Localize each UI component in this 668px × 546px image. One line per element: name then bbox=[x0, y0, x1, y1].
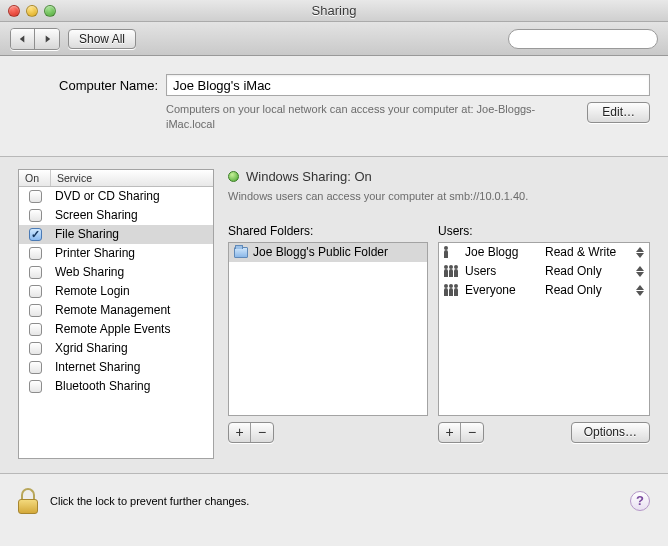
search-field[interactable] bbox=[508, 29, 658, 49]
services-header: On Service bbox=[19, 170, 213, 187]
service-row[interactable]: Remote Management bbox=[19, 301, 213, 320]
services-header-service[interactable]: Service bbox=[51, 170, 213, 186]
folder-icon bbox=[234, 247, 248, 258]
service-checkbox[interactable] bbox=[29, 304, 42, 317]
service-row[interactable]: Xgrid Sharing bbox=[19, 339, 213, 358]
service-row[interactable]: DVD or CD Sharing bbox=[19, 187, 213, 206]
add-folder-button[interactable]: + bbox=[229, 423, 251, 442]
service-checkbox[interactable] bbox=[29, 190, 42, 203]
service-label: Printer Sharing bbox=[51, 246, 213, 260]
titlebar: Sharing bbox=[0, 0, 668, 22]
shared-folders-list[interactable]: Joe Blogg's Public Folder bbox=[228, 242, 428, 416]
service-checkbox[interactable] bbox=[29, 228, 42, 241]
service-checkbox[interactable] bbox=[29, 285, 42, 298]
services-list[interactable]: DVD or CD SharingScreen SharingFile Shar… bbox=[19, 187, 213, 458]
permission-stepper-icon[interactable] bbox=[636, 285, 645, 296]
group-icon bbox=[444, 265, 460, 277]
user-name: Joe Blogg bbox=[465, 245, 518, 259]
back-button[interactable] bbox=[11, 29, 35, 49]
service-label: Remote Apple Events bbox=[51, 322, 213, 336]
toolbar: Show All bbox=[0, 22, 668, 56]
edit-button[interactable]: Edit… bbox=[587, 102, 650, 123]
folders-add-remove: + − bbox=[228, 422, 274, 443]
status-title: Windows Sharing: On bbox=[246, 169, 372, 184]
user-icon bbox=[444, 246, 460, 258]
service-checkbox[interactable] bbox=[29, 266, 42, 279]
permission-cell[interactable]: Read Only bbox=[539, 281, 649, 300]
status-subtitle: Windows users can access your computer a… bbox=[228, 190, 650, 202]
detail-pane: Windows Sharing: On Windows users can ac… bbox=[228, 169, 650, 459]
service-row[interactable]: Printer Sharing bbox=[19, 244, 213, 263]
user-row[interactable]: Joe Blogg bbox=[439, 243, 539, 262]
computer-name-description: Computers on your local network can acce… bbox=[166, 102, 577, 132]
service-row[interactable]: Remote Apple Events bbox=[19, 320, 213, 339]
lock-text: Click the lock to prevent further change… bbox=[50, 495, 249, 507]
footer: Click the lock to prevent further change… bbox=[0, 474, 668, 530]
main-panel: On Service DVD or CD SharingScreen Shari… bbox=[0, 157, 668, 474]
service-label: Web Sharing bbox=[51, 265, 213, 279]
status-led-icon bbox=[228, 171, 239, 182]
permission-stepper-icon[interactable] bbox=[636, 247, 645, 258]
service-label: Internet Sharing bbox=[51, 360, 213, 374]
search-input[interactable] bbox=[519, 33, 657, 45]
window-title: Sharing bbox=[0, 3, 668, 18]
folder-item[interactable]: Joe Blogg's Public Folder bbox=[229, 243, 427, 262]
service-row[interactable]: Remote Login bbox=[19, 282, 213, 301]
status-row: Windows Sharing: On bbox=[228, 169, 650, 184]
help-button[interactable]: ? bbox=[630, 491, 650, 511]
service-label: File Sharing bbox=[51, 227, 213, 241]
computer-name-section: Computer Name: Computers on your local n… bbox=[0, 56, 668, 140]
service-row[interactable]: Internet Sharing bbox=[19, 358, 213, 377]
users-panel: Users: Joe BloggUsersEveryone Read & Wri… bbox=[438, 224, 650, 443]
service-checkbox[interactable] bbox=[29, 323, 42, 336]
user-name: Everyone bbox=[465, 283, 516, 297]
services-header-on[interactable]: On bbox=[19, 170, 51, 186]
service-checkbox[interactable] bbox=[29, 209, 42, 222]
permission-cell[interactable]: Read Only bbox=[539, 262, 649, 281]
users-label: Users: bbox=[438, 224, 650, 238]
forward-button[interactable] bbox=[35, 29, 59, 49]
permission-label: Read Only bbox=[545, 264, 602, 278]
permission-label: Read Only bbox=[545, 283, 602, 297]
computer-name-label: Computer Name: bbox=[18, 78, 158, 93]
shared-folders-panel: Shared Folders: Joe Blogg's Public Folde… bbox=[228, 224, 428, 443]
service-label: DVD or CD Sharing bbox=[51, 189, 213, 203]
lock-icon[interactable] bbox=[18, 488, 40, 514]
service-row[interactable]: Web Sharing bbox=[19, 263, 213, 282]
shared-folders-label: Shared Folders: bbox=[228, 224, 428, 238]
add-user-button[interactable]: + bbox=[439, 423, 461, 442]
computer-name-input[interactable] bbox=[166, 74, 650, 96]
users-list[interactable]: Joe BloggUsersEveryone Read & WriteRead … bbox=[438, 242, 650, 416]
service-label: Remote Management bbox=[51, 303, 213, 317]
options-button[interactable]: Options… bbox=[571, 422, 650, 443]
folder-label: Joe Blogg's Public Folder bbox=[253, 245, 388, 259]
user-row[interactable]: Users bbox=[439, 262, 539, 281]
service-checkbox[interactable] bbox=[29, 342, 42, 355]
services-table: On Service DVD or CD SharingScreen Shari… bbox=[18, 169, 214, 459]
service-label: Remote Login bbox=[51, 284, 213, 298]
users-add-remove: + − bbox=[438, 422, 484, 443]
service-label: Bluetooth Sharing bbox=[51, 379, 213, 393]
service-checkbox[interactable] bbox=[29, 247, 42, 260]
service-label: Xgrid Sharing bbox=[51, 341, 213, 355]
service-checkbox[interactable] bbox=[29, 361, 42, 374]
service-row[interactable]: Bluetooth Sharing bbox=[19, 377, 213, 396]
permission-label: Read & Write bbox=[545, 245, 616, 259]
user-row[interactable]: Everyone bbox=[439, 281, 539, 300]
permission-stepper-icon[interactable] bbox=[636, 266, 645, 277]
service-checkbox[interactable] bbox=[29, 380, 42, 393]
service-row[interactable]: Screen Sharing bbox=[19, 206, 213, 225]
show-all-button[interactable]: Show All bbox=[68, 29, 136, 49]
service-row[interactable]: File Sharing bbox=[19, 225, 213, 244]
remove-folder-button[interactable]: − bbox=[251, 423, 273, 442]
remove-user-button[interactable]: − bbox=[461, 423, 483, 442]
user-name: Users bbox=[465, 264, 496, 278]
service-label: Screen Sharing bbox=[51, 208, 213, 222]
group-icon bbox=[444, 284, 460, 296]
permission-cell[interactable]: Read & Write bbox=[539, 243, 649, 262]
nav-segment bbox=[10, 28, 60, 50]
